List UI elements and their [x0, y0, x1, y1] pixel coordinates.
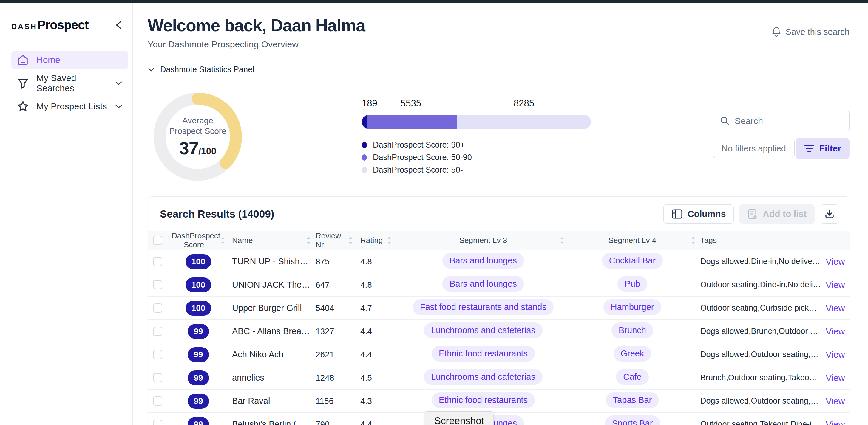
legend-label: DashProspect Score: 50-: [373, 165, 463, 175]
save-this-search-button[interactable]: Save this search: [771, 26, 849, 38]
sidebar-item-label: Home: [36, 55, 123, 65]
score-badge: 99: [188, 394, 209, 408]
view-link[interactable]: View: [826, 373, 845, 383]
segment-lv4-pill: Pub: [617, 276, 647, 292]
review-nr-cell: 1327: [313, 320, 358, 343]
view-link[interactable]: View: [826, 303, 845, 313]
sidebar-collapse-button[interactable]: [113, 19, 125, 31]
results-table: DashProspect Score Name Review Nr Rating…: [148, 231, 850, 425]
columns-button-label: Columns: [687, 209, 726, 219]
review-nr-cell: 2621: [313, 343, 358, 366]
table-row: 100 TURN UP - Shisha ... 875 4.8 Bars an…: [148, 250, 850, 273]
view-link[interactable]: View: [826, 257, 845, 266]
view-link[interactable]: View: [826, 419, 845, 425]
chevron-down-icon: [148, 67, 155, 72]
segment-lv3-pill: Lunchrooms and cafeterias: [424, 369, 542, 385]
bar-segment: [362, 115, 367, 129]
segment-lv3-pill: Lunchrooms and cafeterias: [424, 323, 542, 338]
donut-label: Average Prospect Score: [169, 115, 226, 136]
chevron-down-icon: [115, 104, 123, 109]
row-checkbox[interactable]: [153, 303, 162, 313]
select-all-checkbox[interactable]: [153, 236, 162, 245]
row-checkbox[interactable]: [153, 396, 162, 405]
bell-icon: [771, 26, 781, 38]
rating-cell: 4.8: [358, 273, 400, 297]
review-nr-cell: 647: [313, 273, 358, 297]
window-top-strip: [0, 0, 868, 3]
sort-icon[interactable]: [560, 236, 564, 245]
stats-panel-toggle[interactable]: Dashmote Statistics Panel: [148, 65, 850, 74]
row-checkbox[interactable]: [153, 327, 162, 336]
stacked-bar: [362, 115, 591, 129]
funnel-icon: [17, 77, 29, 89]
column-header-rating[interactable]: Rating: [360, 236, 383, 245]
review-nr-cell: 5404: [313, 297, 358, 320]
statistics-panel: Average Prospect Score 37/100 189 5535 8…: [148, 92, 850, 191]
sort-icon[interactable]: [387, 236, 392, 245]
row-checkbox[interactable]: [153, 373, 162, 382]
view-link[interactable]: View: [826, 326, 845, 336]
view-link[interactable]: View: [826, 350, 845, 359]
download-button[interactable]: [820, 204, 839, 224]
column-header-segment-lv4[interactable]: Segment Lv 4: [609, 236, 656, 245]
segment-lv3-pill: Ethnic food restaurants: [432, 346, 535, 361]
segment-lv3-pill: Ethnic food restaurants: [432, 392, 535, 408]
score-badge: 100: [186, 301, 212, 316]
tags-cell: Dogs allowed,Outdoor seating,Di...: [701, 396, 821, 405]
table-row: 99 Belushi's Berlin (Mit... 790 4.4 Bars…: [148, 413, 850, 425]
bar-value-label: 8285: [514, 98, 534, 109]
search-results-card: Search Results (14009) Columns Add to li…: [148, 196, 850, 425]
screenshot-tooltip-label: Screenshot: [434, 415, 484, 425]
segment-lv4-pill: Cafe: [616, 369, 648, 385]
sidebar: DASHProspect Home My Saved Searches: [0, 3, 133, 425]
tags-cell: Dogs allowed,Brunch,Outdoor se...: [701, 327, 821, 336]
sort-icon[interactable]: [220, 236, 225, 245]
sort-icon[interactable]: [306, 236, 311, 245]
name-cell: Upper Burger Grill: [232, 303, 311, 313]
score-badge: 99: [188, 324, 209, 339]
sidebar-item-home[interactable]: Home: [11, 51, 128, 69]
sidebar-item-label: My Prospect Lists: [36, 101, 107, 111]
review-nr-cell: 790: [313, 413, 358, 425]
name-cell: Ach Niko Ach: [232, 350, 311, 359]
column-header-segment-lv3[interactable]: Segment Lv 3: [459, 236, 507, 245]
sidebar-item-my-saved-searches[interactable]: My Saved Searches: [11, 74, 128, 92]
view-link[interactable]: View: [826, 396, 845, 406]
row-checkbox[interactable]: [153, 257, 162, 266]
sort-icon[interactable]: [691, 236, 695, 245]
bar-segment: [457, 115, 591, 129]
search-input[interactable]: [735, 116, 843, 126]
segment-lv4-pill: Greek: [614, 346, 651, 361]
row-checkbox[interactable]: [153, 350, 162, 359]
table-row: 99 Ach Niko Ach 2621 4.4 Ethnic food res…: [148, 343, 850, 366]
name-cell: TURN UP - Shisha ...: [232, 257, 311, 266]
download-icon: [825, 209, 835, 219]
columns-icon: [672, 208, 683, 219]
table-row: 99 annelies 1248 4.5 Lunchrooms and cafe…: [148, 366, 850, 390]
search-results-title: Search Results (14009): [160, 208, 274, 220]
row-checkbox[interactable]: [153, 280, 162, 289]
search-box[interactable]: [713, 110, 849, 131]
sort-icon[interactable]: [348, 236, 353, 245]
search-filter-panel: No filters applied Filter: [713, 110, 849, 159]
columns-button[interactable]: Columns: [663, 204, 734, 224]
legend-item: DashProspect Score: 50-90: [362, 151, 591, 164]
filter-button[interactable]: Filter: [796, 138, 849, 159]
column-header-dashprospect-score[interactable]: DashProspect Score: [172, 232, 216, 250]
sidebar-item-my-prospect-lists[interactable]: My Prospect Lists: [11, 97, 128, 116]
row-checkbox[interactable]: [153, 420, 162, 425]
segment-lv3-pill: Bars and lounges: [442, 253, 524, 268]
add-to-list-button[interactable]: Add to list: [739, 204, 815, 224]
filters-applied-chip: No filters applied: [713, 139, 795, 158]
view-link[interactable]: View: [826, 280, 845, 290]
name-cell: ABC - Allans Breakf...: [232, 326, 311, 336]
review-nr-cell: 875: [313, 250, 358, 273]
column-header-review-nr[interactable]: Review Nr: [316, 232, 344, 250]
legend-label: DashProspect Score: 50-90: [373, 153, 472, 162]
segment-lv3-pill: Bars and lounges: [442, 276, 524, 292]
name-cell: Bar Raval: [232, 396, 311, 406]
column-header-name[interactable]: Name: [232, 236, 253, 245]
chevron-left-icon: [115, 19, 123, 31]
segment-lv4-pill: Hamburger: [603, 299, 661, 315]
brand-logo: DASHProspect: [11, 18, 89, 32]
